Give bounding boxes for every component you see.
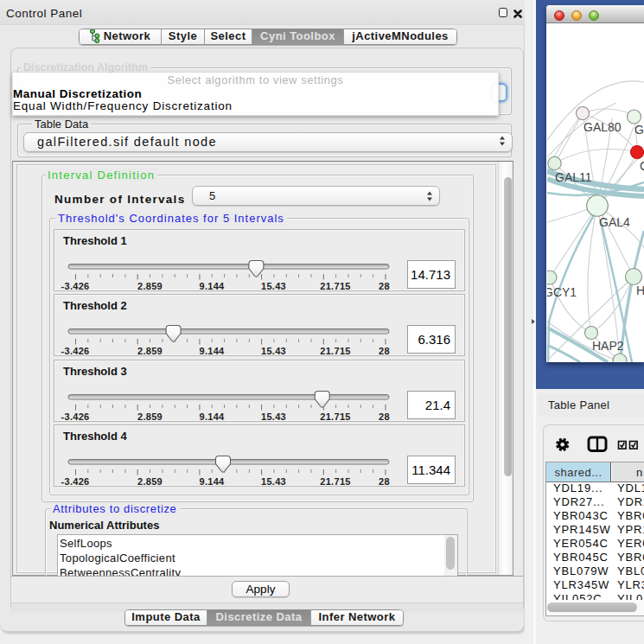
svg-text:GAL4: GAL4 <box>599 215 630 229</box>
svg-text:HAP2: HAP2 <box>592 339 624 353</box>
svg-text:GAL11: GAL11 <box>555 170 592 184</box>
svg-text:GCY1: GCY1 <box>547 285 577 299</box>
svg-text:GAL80: GAL80 <box>583 120 622 134</box>
svg-text:C: C <box>640 159 644 173</box>
svg-text:GA: GA <box>634 123 644 137</box>
svg-text:H: H <box>636 284 644 297</box>
